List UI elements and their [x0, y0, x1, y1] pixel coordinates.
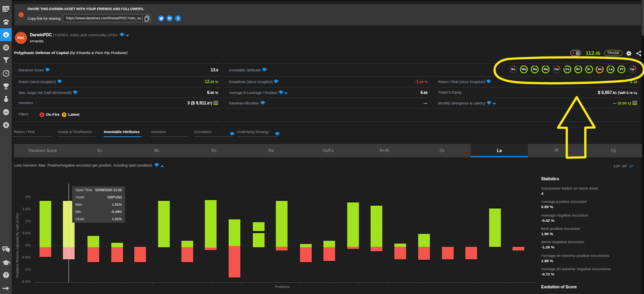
svg-text:?: ? [5, 273, 7, 277]
svg-text:</>: </> [4, 111, 8, 114]
